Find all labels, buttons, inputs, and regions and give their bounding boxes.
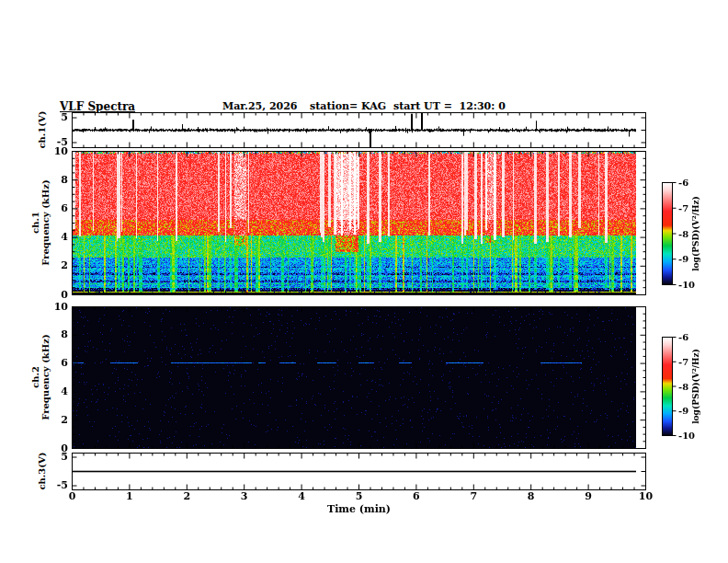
x-tick-label: 1 (117, 491, 142, 502)
colorbar1-tick-label: -7 (678, 203, 688, 213)
x-tick-label: 4 (289, 491, 314, 502)
x-tick-label: 8 (518, 491, 544, 502)
x-tick-label: 9 (575, 491, 601, 502)
y-tick-label-spec2: 6 (40, 358, 68, 369)
x-tick-label: 6 (404, 491, 429, 502)
y-tick-label-spec2: 8 (40, 329, 68, 340)
colorbar-ch1-unit-label: log(PSD)(V²/Hz) (691, 178, 700, 289)
colorbar2-tick-label: -10 (678, 431, 695, 441)
colorbar2-tick-label: -6 (678, 332, 688, 342)
y-axis-label-ch2: ch.2 (30, 322, 40, 432)
header-start-ut: start UT = 12:30: 0 (393, 100, 506, 112)
ch2-spectrogram-canvas (73, 307, 645, 448)
y-tick-label-spec1: 8 (40, 175, 68, 186)
colorbar-ch1 (662, 182, 673, 285)
vlf-spectra-plot: VLF Spectra Mar.25, 2026 station= KAG st… (0, 0, 728, 563)
y-tick-label-ch1: 5 (40, 112, 68, 123)
x-tick-label: 10 (633, 491, 659, 502)
colorbar-ch2-unit-label: log(PSD)(V²/Hz) (691, 331, 700, 442)
colorbar2-tick-label: -9 (678, 406, 688, 416)
y-tick-label-spec2: 4 (40, 386, 68, 397)
x-tick-label: 0 (60, 491, 85, 502)
x-tick-label: 2 (174, 491, 199, 502)
colorbar1-tick-label: -9 (678, 254, 688, 264)
y-tick-label-spec1: 4 (40, 232, 68, 243)
y-tick-label-spec2: 10 (40, 302, 68, 313)
colorbar2-tick-label: -7 (678, 357, 688, 367)
y-tick-label-spec2: 2 (40, 415, 68, 426)
y-tick-label-spec1: 6 (40, 203, 68, 214)
x-tick-label: 3 (232, 491, 257, 502)
y-tick-label-spec1: 0 (40, 290, 68, 301)
plot-title: VLF Spectra (60, 100, 135, 113)
y-tick-label-ch3: 5 (40, 452, 68, 463)
x-tick-label: 7 (461, 491, 486, 502)
header-date: Mar.25, 2026 (222, 100, 298, 112)
y-tick-label-ch1: -5 (40, 137, 68, 148)
colorbar2-tick-label: -8 (678, 382, 688, 392)
colorbar1-tick-label: -10 (678, 280, 695, 290)
ch1-waveform-canvas (73, 113, 645, 147)
colorbar1-tick-label: -6 (678, 178, 688, 188)
y-axis-label-ch1: ch.1 (30, 167, 40, 278)
ch3-waveform-canvas (73, 454, 645, 489)
y-tick-label-ch3: -5 (40, 480, 68, 491)
colorbar-ch2 (662, 337, 673, 436)
header-station: station= KAG (310, 100, 386, 112)
ch1-spectrogram-canvas (73, 152, 645, 294)
x-tick-label: 5 (347, 491, 372, 502)
colorbar1-tick-label: -8 (678, 229, 688, 239)
y-tick-label-spec1: 2 (40, 260, 68, 271)
x-axis-title: Time (min) (303, 503, 415, 515)
